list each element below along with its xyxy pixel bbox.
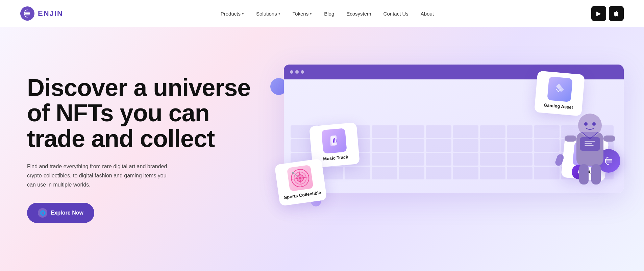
logo-wordmark: ENJIN bbox=[38, 9, 63, 18]
nav-about[interactable]: About bbox=[416, 8, 439, 19]
hero-title: Discover a universe of NFTs you can trad… bbox=[27, 75, 264, 152]
figure-svg bbox=[556, 92, 624, 193]
explore-btn-icon: 🌐 bbox=[38, 208, 47, 218]
svg-point-18 bbox=[592, 122, 596, 126]
nav-blog[interactable]: Blog bbox=[319, 8, 339, 19]
browser-dot-3 bbox=[301, 70, 304, 74]
header-app-buttons: ▶ bbox=[591, 6, 624, 21]
explore-now-button[interactable]: 🌐 Explore Now bbox=[27, 203, 94, 223]
logo[interactable]: ENJIN bbox=[20, 6, 63, 21]
nav-contact[interactable]: Contact Us bbox=[379, 8, 413, 19]
browser-content: Music Track Gaming Asset bbox=[284, 79, 624, 193]
svg-rect-21 bbox=[579, 164, 589, 184]
sports-collectible-icon bbox=[287, 165, 314, 192]
apple-icon bbox=[613, 10, 620, 17]
music-svg bbox=[327, 133, 341, 148]
nft-card-sports: Sports Collectible bbox=[274, 158, 327, 206]
hero-content: Discover a universe of NFTs you can trad… bbox=[27, 75, 264, 223]
svg-rect-19 bbox=[565, 136, 576, 142]
google-play-button[interactable]: ▶ bbox=[591, 6, 606, 21]
browser-dot-2 bbox=[295, 70, 299, 74]
main-nav: Products ▾ Solutions ▾ Tokens ▾ Blog Eco… bbox=[216, 8, 439, 19]
hero-description: Find and trade everything from rare digi… bbox=[27, 162, 172, 190]
sports-collectible-label: Sports Collectible bbox=[284, 190, 322, 201]
3d-figure bbox=[556, 92, 624, 193]
app-store-button[interactable] bbox=[609, 6, 624, 21]
hero-visual: Music Track Gaming Asset bbox=[264, 51, 617, 247]
nav-products[interactable]: Products ▾ bbox=[216, 8, 249, 19]
nav-tokens[interactable]: Tokens ▾ bbox=[288, 8, 317, 19]
svg-point-17 bbox=[584, 122, 588, 126]
explore-btn-label: Explore Now bbox=[51, 210, 83, 216]
header: ENJIN Products ▾ Solutions ▾ Tokens ▾ Bl… bbox=[0, 0, 644, 27]
svg-rect-22 bbox=[591, 164, 601, 184]
browser-dot-1 bbox=[290, 70, 293, 74]
svg-rect-20 bbox=[603, 136, 615, 142]
music-track-icon bbox=[321, 128, 347, 154]
nav-ecosystem[interactable]: Ecosystem bbox=[342, 8, 376, 19]
products-chevron-icon: ▾ bbox=[242, 11, 244, 16]
browser-window: Music Track Gaming Asset bbox=[284, 65, 624, 193]
hero-section: Discover a universe of NFTs you can trad… bbox=[0, 27, 644, 271]
music-track-label: Music Track bbox=[323, 154, 349, 162]
nav-solutions[interactable]: Solutions ▾ bbox=[251, 8, 285, 19]
solutions-chevron-icon: ▾ bbox=[278, 11, 280, 16]
target-svg bbox=[289, 167, 312, 190]
enjin-logo-icon bbox=[20, 6, 34, 21]
svg-rect-23 bbox=[580, 137, 600, 151]
tokens-chevron-icon: ▾ bbox=[310, 11, 312, 16]
